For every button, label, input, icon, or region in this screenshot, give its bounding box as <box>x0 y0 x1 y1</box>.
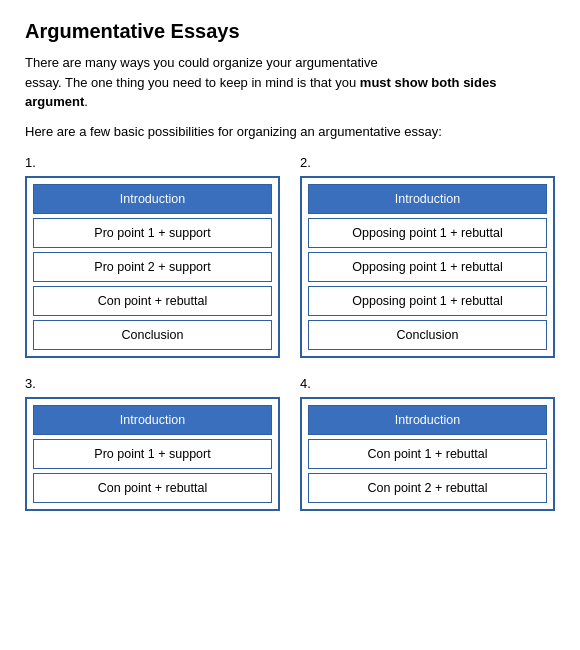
section-2-row-4: Conclusion <box>308 320 547 350</box>
section-3: 3.IntroductionPro point 1 + supportCon p… <box>25 376 280 511</box>
section-4-row-0: Introduction <box>308 405 547 435</box>
page-title: Argumentative Essays <box>25 20 555 43</box>
section-3-row-0: Introduction <box>33 405 272 435</box>
section-3-row-1: Pro point 1 + support <box>33 439 272 469</box>
section-1-number: 1. <box>25 155 280 170</box>
section-1-row-3: Con point + rebuttal <box>33 286 272 316</box>
section-4-box: IntroductionCon point 1 + rebuttalCon po… <box>300 397 555 511</box>
section-2-box: IntroductionOpposing point 1 + rebuttalO… <box>300 176 555 358</box>
section-2: 2.IntroductionOpposing point 1 + rebutta… <box>300 155 555 358</box>
section-2-row-0: Introduction <box>308 184 547 214</box>
outlines-grid: 1.IntroductionPro point 1 + supportPro p… <box>25 155 555 511</box>
section-4-number: 4. <box>300 376 555 391</box>
intro-paragraph: There are many ways you could organize y… <box>25 53 555 112</box>
section-1-row-2: Pro point 2 + support <box>33 252 272 282</box>
sub-text: Here are a few basic possibilities for o… <box>25 124 555 139</box>
section-2-number: 2. <box>300 155 555 170</box>
section-2-row-1: Opposing point 1 + rebuttal <box>308 218 547 248</box>
section-2-row-3: Opposing point 1 + rebuttal <box>308 286 547 316</box>
section-4: 4.IntroductionCon point 1 + rebuttalCon … <box>300 376 555 511</box>
section-2-row-2: Opposing point 1 + rebuttal <box>308 252 547 282</box>
section-4-row-2: Con point 2 + rebuttal <box>308 473 547 503</box>
section-1-box: IntroductionPro point 1 + supportPro poi… <box>25 176 280 358</box>
section-1: 1.IntroductionPro point 1 + supportPro p… <box>25 155 280 358</box>
section-3-row-2: Con point + rebuttal <box>33 473 272 503</box>
section-1-row-1: Pro point 1 + support <box>33 218 272 248</box>
section-1-row-0: Introduction <box>33 184 272 214</box>
section-4-row-1: Con point 1 + rebuttal <box>308 439 547 469</box>
section-3-box: IntroductionPro point 1 + supportCon poi… <box>25 397 280 511</box>
section-1-row-4: Conclusion <box>33 320 272 350</box>
section-3-number: 3. <box>25 376 280 391</box>
